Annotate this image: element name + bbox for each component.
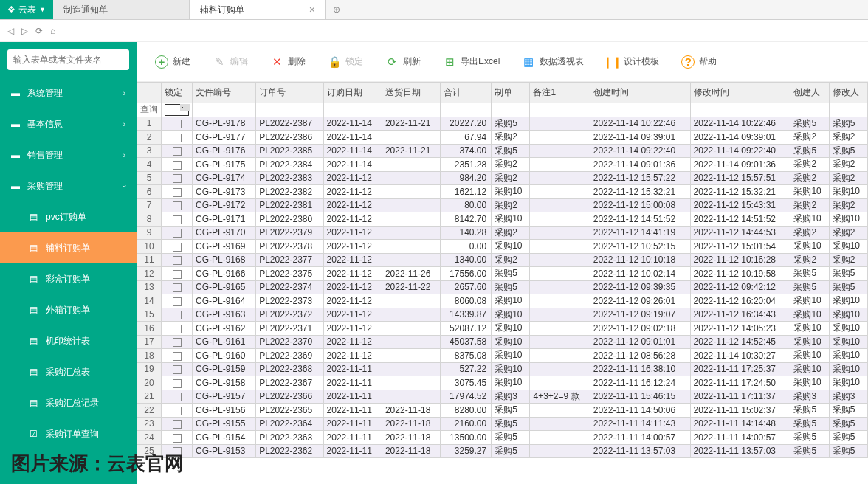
menu-item-8[interactable]: ▤机印统计表 [0, 325, 137, 356]
column-header[interactable]: 创建人 [790, 83, 829, 103]
lock-checkbox[interactable] [162, 117, 193, 131]
menu-item-3[interactable]: ▬采购管理› [0, 170, 137, 201]
table-row[interactable]: 4CG-PL-9175PL2022-23842022-11-142351.28采… [137, 158, 868, 172]
lock-checkbox[interactable] [162, 158, 193, 172]
filter-lock[interactable]: ⋯ [162, 103, 193, 117]
excel-button[interactable]: ⊞导出Excel [443, 55, 500, 69]
menu-item-1[interactable]: ▬基本信息› [0, 108, 137, 139]
table-row[interactable]: 24CG-PL-9154PL2022-23632022-11-112022-11… [137, 431, 868, 445]
app-logo[interactable]: ❖ 云表 ▼ [0, 0, 53, 19]
filter-cell[interactable] [256, 103, 323, 117]
help-button[interactable]: ?帮助 [681, 55, 717, 69]
table-row[interactable]: 23CG-PL-9155PL2022-23642022-11-112022-11… [137, 417, 868, 431]
menu-item-0[interactable]: ▬系统管理› [0, 77, 137, 108]
tab-0[interactable]: 制造通知单 [53, 0, 190, 19]
lock-checkbox[interactable] [162, 335, 193, 349]
menu-item-5[interactable]: ▤辅料订购单 [0, 232, 137, 263]
menu-item-6[interactable]: ▤彩盒订购单 [0, 263, 137, 294]
lock-checkbox[interactable] [162, 308, 193, 322]
table-row[interactable]: 16CG-PL-9162PL2022-23712022-11-1252087.1… [137, 322, 868, 336]
filter-cell[interactable] [690, 103, 790, 117]
menu-item-2[interactable]: ▬销售管理› [0, 139, 137, 170]
table-row[interactable]: 13CG-PL-9165PL2022-23742022-11-122022-11… [137, 280, 868, 294]
column-header[interactable]: 备注1 [530, 83, 590, 103]
filter-cell[interactable] [590, 103, 690, 117]
table-row[interactable]: 12CG-PL-9166PL2022-23752022-11-122022-11… [137, 267, 868, 281]
column-header[interactable]: 订购日期 [323, 83, 382, 103]
column-header[interactable]: 送货日期 [382, 83, 440, 103]
edit-button[interactable]: ✎编辑 [213, 55, 248, 69]
lock-checkbox[interactable] [162, 226, 193, 240]
table-row[interactable]: 9CG-PL-9170PL2022-23792022-11-12140.28采购… [137, 226, 868, 240]
lock-checkbox[interactable] [162, 376, 193, 390]
menu-item-7[interactable]: ▤外箱订购单 [0, 294, 137, 325]
table-row[interactable]: 22CG-PL-9156PL2022-23652022-11-112022-11… [137, 404, 868, 418]
lock-checkbox[interactable] [162, 280, 193, 294]
column-header[interactable] [137, 83, 162, 103]
lock-checkbox[interactable] [162, 322, 193, 336]
filter-cell[interactable] [530, 103, 590, 117]
column-header[interactable]: 制单 [492, 83, 530, 103]
tab-1[interactable]: 辅料订购单× [190, 0, 326, 19]
table-row[interactable]: 3CG-PL-9176PL2022-23852022-11-142022-11-… [137, 144, 868, 158]
refresh-button[interactable]: ⟳刷新 [385, 55, 421, 69]
close-icon[interactable]: × [309, 4, 315, 15]
nav-back-button[interactable]: ◁ [7, 26, 14, 36]
menu-item-4[interactable]: ▤pvc订购单 [0, 201, 137, 232]
lock-checkbox[interactable] [162, 253, 193, 267]
filter-cell[interactable] [323, 103, 382, 117]
table-row[interactable]: 19CG-PL-9159PL2022-23682022-11-11527.22采… [137, 362, 868, 376]
lock-checkbox[interactable] [162, 212, 193, 227]
table-row[interactable]: 14CG-PL-9164PL2022-23732022-11-128060.08… [137, 294, 868, 308]
menu-item-9[interactable]: ▤采购汇总表 [0, 356, 137, 387]
menu-item-10[interactable]: ▤采购汇总记录 [0, 387, 137, 418]
lock-checkbox[interactable] [162, 267, 193, 281]
table-row[interactable]: 10CG-PL-9169PL2022-23782022-11-120.00采购1… [137, 240, 868, 254]
lock-checkbox[interactable] [162, 349, 193, 363]
lock-checkbox[interactable] [162, 404, 193, 418]
table-row[interactable]: 21CG-PL-9157PL2022-23662022-11-1117974.5… [137, 390, 868, 404]
lock-checkbox[interactable] [162, 444, 193, 458]
new-button[interactable]: +新建 [155, 55, 190, 69]
table-row[interactable]: 18CG-PL-9160PL2022-23692022-11-128375.08… [137, 349, 868, 363]
lock-checkbox[interactable] [162, 144, 193, 158]
lock-button[interactable]: 🔒锁定 [328, 55, 363, 69]
table-row[interactable]: 11CG-PL-9168PL2022-23772022-11-121340.00… [137, 253, 868, 267]
filter-cell[interactable] [790, 103, 829, 117]
table-row[interactable]: 5CG-PL-9174PL2022-23832022-11-12984.20采购… [137, 171, 868, 185]
nav-refresh-button[interactable]: ⟳ [35, 26, 43, 36]
filter-cell[interactable] [441, 103, 492, 117]
filter-cell[interactable] [492, 103, 530, 117]
table-row[interactable]: 8CG-PL-9171PL2022-23802022-11-128142.70采… [137, 212, 868, 227]
lock-checkbox[interactable] [162, 240, 193, 254]
data-grid[interactable]: 锁定文件编号订单号订购日期送货日期合计制单备注1创建时间修改时间创建人修改人查询… [137, 82, 868, 484]
add-tab-button[interactable]: ⊕ [326, 0, 347, 19]
nav-home-button[interactable]: ⌂ [50, 26, 55, 36]
table-row[interactable]: 17CG-PL-9161PL2022-23702022-11-1245037.5… [137, 335, 868, 349]
lock-checkbox[interactable] [162, 431, 193, 445]
column-header[interactable]: 订单号 [256, 83, 323, 103]
column-header[interactable]: 锁定 [162, 83, 193, 103]
column-header[interactable]: 修改人 [829, 83, 867, 103]
lock-checkbox[interactable] [162, 417, 193, 431]
design-button[interactable]: ❙❙设计模板 [606, 55, 659, 69]
table-row[interactable]: 7CG-PL-9172PL2022-23812022-11-1280.00采购2… [137, 198, 868, 212]
table-row[interactable]: 1CG-PL-9178PL2022-23872022-11-142022-11-… [137, 117, 868, 131]
column-header[interactable]: 合计 [441, 83, 492, 103]
table-row[interactable]: 6CG-PL-9173PL2022-23822022-11-121621.12采… [137, 185, 868, 199]
table-row[interactable]: 20CG-PL-9158PL2022-23672022-11-113075.45… [137, 376, 868, 390]
lock-checkbox[interactable] [162, 294, 193, 308]
filter-cell[interactable] [829, 103, 867, 117]
lock-checkbox[interactable] [162, 131, 193, 145]
filter-picker-icon[interactable]: ⋯ [180, 104, 190, 111]
pivot-button[interactable]: ▦数据透视表 [522, 55, 584, 69]
menu-item-11[interactable]: ☑采购订单查询 [0, 418, 137, 449]
nav-forward-button[interactable]: ▷ [21, 26, 28, 36]
column-header[interactable]: 修改时间 [690, 83, 790, 103]
lock-checkbox[interactable] [162, 185, 193, 199]
column-header[interactable]: 创建时间 [590, 83, 690, 103]
lock-checkbox[interactable] [162, 390, 193, 404]
lock-checkbox[interactable] [162, 171, 193, 185]
search-input[interactable] [7, 49, 129, 70]
table-row[interactable]: 25CG-PL-9153PL2022-23622022-11-112022-11… [137, 444, 868, 458]
